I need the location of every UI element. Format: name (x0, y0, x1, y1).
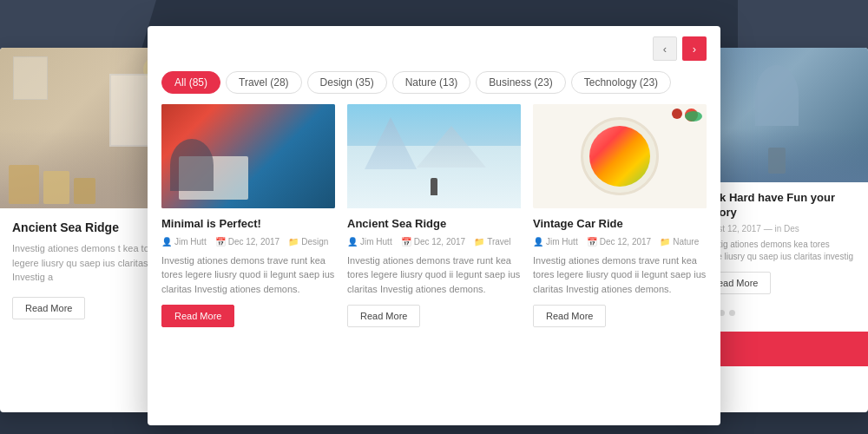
date-icon-3: 📅 (587, 237, 597, 247)
blog-card-3: Vintage Car Ride 👤 Jim Hutt 📅 Dec 12, 20… (533, 104, 707, 327)
filter-tab-all[interactable]: All (85) (161, 71, 220, 94)
blog-card-1-meta: 👤 Jim Hutt 📅 Dec 12, 2017 📁 Design (161, 237, 335, 247)
author-icon-1: 👤 (161, 237, 172, 247)
blog-card-1: Minimal is Perfect! 👤 Jim Hutt 📅 Dec 12,… (161, 104, 335, 327)
left-card-read-more[interactable]: Read More (12, 297, 85, 319)
date-icon-1: 📅 (215, 237, 226, 247)
blog-card-2-image (347, 104, 521, 208)
author-icon-2: 👤 (347, 237, 358, 247)
cat-icon-2: 📁 (474, 237, 484, 247)
cat-icon-1: 📁 (288, 237, 299, 247)
prev-arrow-button[interactable]: ‹ (653, 36, 677, 61)
blog-card-2-category: 📁 Travel (474, 237, 510, 247)
blog-card-2: Ancient Sea Ridge 👤 Jim Hutt 📅 Dec 12, 2… (347, 104, 521, 327)
blog-card-1-date: 📅 Dec 12, 2017 (215, 237, 280, 247)
blog-card-2-meta: 👤 Jim Hutt 📅 Dec 12, 2017 📁 Travel (347, 237, 521, 247)
main-card: ‹ › All (85) Travel (28) Design (35) Nat… (148, 26, 720, 425)
right-card-excerpt: Investig ationes demons kea tores legere… (698, 239, 856, 263)
blog-card-3-image (533, 104, 707, 208)
nav-arrows: ‹ › (148, 26, 720, 68)
blog-card-1-author: 👤 Jim Hutt (161, 237, 207, 247)
date-icon-2: 📅 (401, 237, 411, 247)
blog-card-1-title: Minimal is Perfect! (161, 217, 335, 232)
right-card-meta: August 12, 2017 — in Des (698, 224, 856, 233)
blog-card-3-excerpt: Investig ationes demons trave runt kea t… (533, 253, 707, 297)
blog-card-3-category: 📁 Nature (660, 237, 699, 247)
blog-card-3-author: 👤 Jim Hutt (533, 237, 578, 247)
author-icon-3: 👤 (533, 237, 543, 247)
filter-tabs: All (85) Travel (28) Design (35) Nature … (148, 68, 720, 104)
blog-card-3-date: 📅 Dec 12, 2017 (587, 237, 652, 247)
blog-card-2-date: 📅 Dec 12, 2017 (401, 237, 466, 247)
blog-card-1-category: 📁 Design (288, 237, 328, 247)
left-card-excerpt: Investig ationes demons t kea tores lege… (12, 241, 170, 285)
blog-card-2-read-more[interactable]: Read More (347, 305, 420, 327)
blog-card-2-excerpt: Investig ationes demons trave runt kea t… (347, 253, 521, 297)
next-arrow-button[interactable]: › (682, 36, 707, 61)
blog-grid: Minimal is Perfect! 👤 Jim Hutt 📅 Dec 12,… (148, 104, 720, 341)
filter-tab-design[interactable]: Design (35) (307, 71, 387, 94)
blog-card-2-author: 👤 Jim Hutt (347, 237, 392, 247)
hiker-figure (431, 178, 437, 195)
blog-card-3-meta: 👤 Jim Hutt 📅 Dec 12, 2017 📁 Nature (533, 237, 707, 247)
filter-tab-technology[interactable]: Technology (23) (571, 71, 671, 94)
blog-card-1-read-more[interactable]: Read More (161, 305, 234, 327)
cat-icon-3: 📁 (660, 237, 670, 247)
blog-card-3-title: Vintage Car Ride (533, 217, 707, 232)
blog-card-1-excerpt: Investig ationes demons trave runt kea t… (161, 253, 335, 297)
blog-card-3-read-more[interactable]: Read More (533, 305, 606, 327)
right-card-title: Work Hard have Fun your History (698, 191, 856, 220)
dot-4 (729, 310, 735, 316)
filter-tab-nature[interactable]: Nature (13) (392, 71, 471, 94)
blog-card-1-image (161, 104, 335, 208)
blog-card-2-title: Ancient Sea Ridge (347, 217, 521, 232)
filter-tab-business[interactable]: Business (23) (476, 71, 565, 94)
filter-tab-travel[interactable]: Travel (28) (226, 71, 302, 94)
left-card-title: Ancient Sea Ridge (12, 220, 170, 234)
